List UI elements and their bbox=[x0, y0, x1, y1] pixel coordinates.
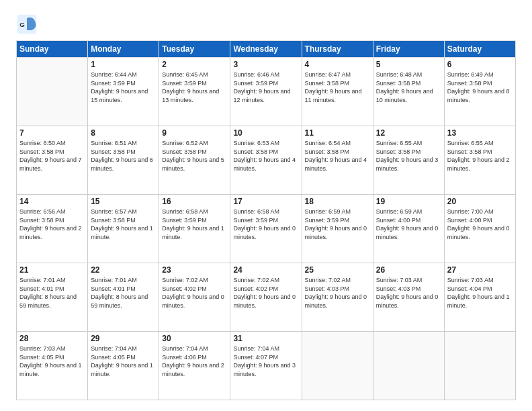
calendar-cell: 12Sunrise: 6:55 AMSunset: 3:58 PMDayligh… bbox=[373, 126, 444, 195]
day-number: 22 bbox=[91, 265, 156, 275]
calendar-cell: 21Sunrise: 7:01 AMSunset: 4:01 PMDayligh… bbox=[17, 263, 88, 332]
day-number: 28 bbox=[19, 334, 85, 343]
day-number: 8 bbox=[91, 128, 156, 138]
day-info: Sunrise: 6:53 AMSunset: 3:58 PMDaylight:… bbox=[233, 139, 298, 173]
day-number: 26 bbox=[376, 265, 441, 275]
calendar-cell bbox=[17, 58, 88, 126]
calendar-cell: 20Sunrise: 7:00 AMSunset: 4:00 PMDayligh… bbox=[444, 195, 515, 263]
calendar-cell: 27Sunrise: 7:03 AMSunset: 4:04 PMDayligh… bbox=[444, 263, 515, 332]
day-info: Sunrise: 6:51 AMSunset: 3:58 PMDaylight:… bbox=[91, 139, 156, 173]
calendar-table: Sunday Monday Tuesday Wednesday Thursday… bbox=[16, 40, 516, 400]
day-info: Sunrise: 6:55 AMSunset: 3:58 PMDaylight:… bbox=[447, 139, 513, 173]
calendar-cell: 30Sunrise: 7:04 AMSunset: 4:06 PMDayligh… bbox=[159, 332, 230, 400]
calendar-cell: 6Sunrise: 6:49 AMSunset: 3:58 PMDaylight… bbox=[444, 58, 515, 126]
day-info: Sunrise: 6:52 AMSunset: 3:58 PMDaylight:… bbox=[162, 139, 227, 173]
day-info: Sunrise: 7:02 AMSunset: 4:03 PMDaylight:… bbox=[305, 276, 370, 310]
calendar-cell: 1Sunrise: 6:44 AMSunset: 3:59 PMDaylight… bbox=[88, 58, 159, 126]
calendar-cell: 25Sunrise: 7:02 AMSunset: 4:03 PMDayligh… bbox=[302, 263, 373, 332]
col-sunday: Sunday bbox=[17, 41, 88, 58]
day-number: 5 bbox=[376, 60, 441, 69]
day-info: Sunrise: 6:57 AMSunset: 3:58 PMDaylight:… bbox=[91, 208, 156, 241]
day-number: 23 bbox=[162, 265, 227, 275]
day-number: 27 bbox=[447, 265, 513, 275]
calendar-cell: 28Sunrise: 7:03 AMSunset: 4:05 PMDayligh… bbox=[17, 332, 88, 400]
calendar-cell: 16Sunrise: 6:58 AMSunset: 3:59 PMDayligh… bbox=[159, 195, 230, 263]
calendar-cell: 19Sunrise: 6:59 AMSunset: 4:00 PMDayligh… bbox=[373, 195, 444, 263]
col-thursday: Thursday bbox=[302, 41, 373, 58]
calendar-cell: 4Sunrise: 6:47 AMSunset: 3:58 PMDaylight… bbox=[302, 58, 373, 126]
day-number: 4 bbox=[305, 60, 370, 69]
day-info: Sunrise: 7:04 AMSunset: 4:06 PMDaylight:… bbox=[162, 345, 227, 378]
day-number: 24 bbox=[233, 265, 298, 275]
calendar-cell bbox=[373, 332, 444, 400]
calendar-header-row: Sunday Monday Tuesday Wednesday Thursday… bbox=[17, 41, 516, 58]
day-number: 1 bbox=[91, 60, 156, 69]
calendar-cell: 2Sunrise: 6:45 AMSunset: 3:59 PMDaylight… bbox=[159, 58, 230, 126]
calendar-cell: 31Sunrise: 7:04 AMSunset: 4:07 PMDayligh… bbox=[230, 332, 302, 400]
col-saturday: Saturday bbox=[444, 41, 515, 58]
day-info: Sunrise: 7:00 AMSunset: 4:00 PMDaylight:… bbox=[447, 208, 513, 241]
day-info: Sunrise: 7:03 AMSunset: 4:03 PMDaylight:… bbox=[376, 276, 441, 310]
day-info: Sunrise: 6:56 AMSunset: 3:58 PMDaylight:… bbox=[19, 208, 85, 241]
col-wednesday: Wednesday bbox=[230, 41, 302, 58]
day-number: 10 bbox=[233, 128, 298, 138]
logo: G bbox=[16, 13, 42, 35]
day-info: Sunrise: 6:49 AMSunset: 3:58 PMDaylight:… bbox=[447, 71, 513, 104]
calendar-week-1: 1Sunrise: 6:44 AMSunset: 3:59 PMDaylight… bbox=[17, 58, 516, 126]
col-monday: Monday bbox=[88, 41, 159, 58]
svg-text:G: G bbox=[19, 21, 25, 28]
calendar-cell: 22Sunrise: 7:01 AMSunset: 4:01 PMDayligh… bbox=[88, 263, 159, 332]
day-info: Sunrise: 7:01 AMSunset: 4:01 PMDaylight:… bbox=[19, 276, 85, 310]
col-tuesday: Tuesday bbox=[159, 41, 230, 58]
calendar-cell: 14Sunrise: 6:56 AMSunset: 3:58 PMDayligh… bbox=[17, 195, 88, 263]
day-info: Sunrise: 7:01 AMSunset: 4:01 PMDaylight:… bbox=[91, 276, 156, 310]
calendar-cell: 29Sunrise: 7:04 AMSunset: 4:05 PMDayligh… bbox=[88, 332, 159, 400]
day-number: 6 bbox=[447, 60, 513, 69]
calendar-cell: 7Sunrise: 6:50 AMSunset: 3:58 PMDaylight… bbox=[17, 126, 88, 195]
calendar-cell: 10Sunrise: 6:53 AMSunset: 3:58 PMDayligh… bbox=[230, 126, 302, 195]
day-info: Sunrise: 6:47 AMSunset: 3:58 PMDaylight:… bbox=[305, 71, 370, 104]
day-number: 25 bbox=[305, 265, 370, 275]
calendar-cell: 15Sunrise: 6:57 AMSunset: 3:58 PMDayligh… bbox=[88, 195, 159, 263]
calendar-week-4: 21Sunrise: 7:01 AMSunset: 4:01 PMDayligh… bbox=[17, 263, 516, 332]
day-number: 31 bbox=[233, 334, 298, 343]
calendar-cell: 26Sunrise: 7:03 AMSunset: 4:03 PMDayligh… bbox=[373, 263, 444, 332]
calendar-cell: 17Sunrise: 6:58 AMSunset: 3:59 PMDayligh… bbox=[230, 195, 302, 263]
day-info: Sunrise: 6:59 AMSunset: 4:00 PMDaylight:… bbox=[376, 208, 441, 241]
day-number: 29 bbox=[91, 334, 156, 343]
day-number: 16 bbox=[162, 197, 227, 206]
day-info: Sunrise: 6:54 AMSunset: 3:58 PMDaylight:… bbox=[305, 139, 370, 173]
day-number: 12 bbox=[376, 128, 441, 138]
calendar-cell: 24Sunrise: 7:02 AMSunset: 4:02 PMDayligh… bbox=[230, 263, 302, 332]
calendar-week-5: 28Sunrise: 7:03 AMSunset: 4:05 PMDayligh… bbox=[17, 332, 516, 400]
calendar-cell: 5Sunrise: 6:48 AMSunset: 3:58 PMDaylight… bbox=[373, 58, 444, 126]
header: G bbox=[16, 13, 516, 35]
day-number: 21 bbox=[19, 265, 85, 275]
day-number: 7 bbox=[19, 128, 85, 138]
calendar-week-3: 14Sunrise: 6:56 AMSunset: 3:58 PMDayligh… bbox=[17, 195, 516, 263]
col-friday: Friday bbox=[373, 41, 444, 58]
calendar-cell: 18Sunrise: 6:59 AMSunset: 3:59 PMDayligh… bbox=[302, 195, 373, 263]
day-number: 9 bbox=[162, 128, 227, 138]
day-number: 11 bbox=[305, 128, 370, 138]
day-info: Sunrise: 7:04 AMSunset: 4:07 PMDaylight:… bbox=[233, 345, 298, 378]
day-info: Sunrise: 6:58 AMSunset: 3:59 PMDaylight:… bbox=[162, 208, 227, 241]
day-info: Sunrise: 6:44 AMSunset: 3:59 PMDaylight:… bbox=[91, 71, 156, 104]
day-info: Sunrise: 7:02 AMSunset: 4:02 PMDaylight:… bbox=[162, 276, 227, 310]
day-number: 13 bbox=[447, 128, 513, 138]
day-info: Sunrise: 6:48 AMSunset: 3:58 PMDaylight:… bbox=[376, 71, 441, 104]
day-number: 14 bbox=[19, 197, 85, 206]
day-info: Sunrise: 6:59 AMSunset: 3:59 PMDaylight:… bbox=[305, 208, 370, 241]
calendar-cell: 9Sunrise: 6:52 AMSunset: 3:58 PMDaylight… bbox=[159, 126, 230, 195]
day-info: Sunrise: 6:45 AMSunset: 3:59 PMDaylight:… bbox=[162, 71, 227, 104]
calendar-cell: 3Sunrise: 6:46 AMSunset: 3:59 PMDaylight… bbox=[230, 58, 302, 126]
day-info: Sunrise: 6:46 AMSunset: 3:59 PMDaylight:… bbox=[233, 71, 298, 104]
day-info: Sunrise: 6:55 AMSunset: 3:58 PMDaylight:… bbox=[376, 139, 441, 173]
day-number: 17 bbox=[233, 197, 298, 206]
page: G Sunday Monday Tuesday Wednesday Thursd… bbox=[0, 0, 532, 411]
day-info: Sunrise: 6:58 AMSunset: 3:59 PMDaylight:… bbox=[233, 208, 298, 241]
calendar-cell: 23Sunrise: 7:02 AMSunset: 4:02 PMDayligh… bbox=[159, 263, 230, 332]
day-number: 2 bbox=[162, 60, 227, 69]
day-info: Sunrise: 7:03 AMSunset: 4:04 PMDaylight:… bbox=[447, 276, 513, 310]
day-number: 30 bbox=[162, 334, 227, 343]
